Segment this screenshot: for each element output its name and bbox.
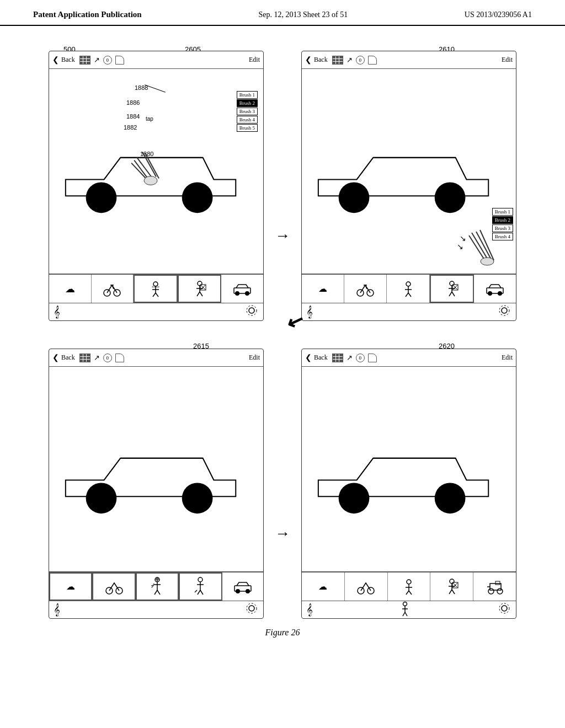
svg-line-55: [452, 292, 455, 296]
corner-icon-2620: [368, 354, 377, 362]
arrow-icon-2620: ↗: [347, 354, 353, 362]
brush-label-4: Brush 4: [237, 116, 258, 124]
svg-point-34: [435, 182, 466, 213]
svg-point-81: [435, 483, 466, 513]
icon-tractor-2620[interactable]: [473, 572, 516, 601]
svg-point-20: [198, 281, 202, 286]
icon-wizard-2615[interactable]: [136, 572, 179, 601]
icon-bike[interactable]: [92, 275, 134, 303]
svg-line-95: [449, 590, 452, 594]
music-icon-2620[interactable]: 𝄞: [306, 603, 313, 616]
icon-person-x[interactable]: [178, 275, 222, 303]
bottom-bar-2605: 𝄞: [49, 303, 263, 320]
back-label-2605[interactable]: Back: [61, 56, 75, 64]
bottom-strip-2620: ☁: [302, 572, 516, 601]
settings-icon-2620[interactable]: [497, 601, 511, 618]
bottom-strip-2610: ☁: [302, 274, 516, 303]
icon-person-2610[interactable]: [387, 275, 429, 303]
circle-icon-2615: 0: [103, 354, 112, 362]
header-patent-number: US 2013/0239056 A1: [465, 10, 532, 19]
music-icon-2605[interactable]: 𝄞: [54, 306, 60, 318]
center-person-icon-2620[interactable]: [399, 601, 411, 619]
brush-label-2610-3: Brush 3: [492, 224, 513, 232]
header-publication-title: Patent Application Publication: [33, 10, 142, 19]
settings-icon-2610[interactable]: [497, 303, 511, 320]
figure-label: Figure 26: [33, 628, 532, 638]
header-date-sheet: Sep. 12, 2013 Sheet 23 of 51: [258, 10, 348, 19]
svg-point-87: [407, 580, 411, 584]
icon-bike-2620[interactable]: [345, 572, 388, 601]
arrow-right-bottom: →: [275, 425, 290, 542]
brush-label-2610-1: Brush 1: [492, 208, 513, 216]
icon-car-sm-2615[interactable]: [222, 572, 263, 601]
icon-bike-2610[interactable]: [344, 275, 387, 303]
svg-point-80: [339, 483, 370, 513]
svg-line-96: [452, 590, 455, 594]
brush-label-3: Brush 3: [237, 108, 258, 115]
svg-point-105: [403, 602, 407, 606]
arrow-icon-2615: ↗: [94, 354, 100, 362]
edit-label-2615[interactable]: Edit: [249, 354, 260, 362]
panel-2610: ❮ Back ↗ 0 Edit: [301, 51, 516, 321]
settings-icon-2615[interactable]: [244, 601, 259, 618]
svg-line-50: [408, 293, 411, 297]
svg-point-74: [198, 577, 202, 582]
label-1880: 1880: [140, 151, 153, 157]
svg-point-1: [182, 182, 213, 213]
edit-label-2610[interactable]: Edit: [502, 56, 513, 64]
edit-label-2620[interactable]: Edit: [502, 354, 513, 362]
back-label-2620[interactable]: Back: [314, 354, 328, 362]
back-chevron-icon-2615: ❮: [52, 353, 59, 362]
car-svg-2620: [302, 383, 516, 571]
icon-cloud-2610[interactable]: ☁: [302, 275, 344, 303]
icon-person-selected[interactable]: [134, 275, 178, 303]
svg-line-54: [449, 292, 452, 296]
icon-car-small-2610[interactable]: [474, 275, 516, 303]
icon-stick-2615[interactable]: [179, 572, 222, 601]
toolbar-2620: ❮ Back ↗ 0 Edit: [302, 349, 516, 367]
grid-icon-2610: [332, 56, 343, 65]
svg-line-2: [104, 158, 120, 180]
grid-icon-2605: [79, 56, 90, 65]
circle-icon-2605: 0: [103, 56, 112, 65]
arrow-icon-2605: ↗: [94, 56, 100, 65]
icon-person-x-2620[interactable]: [430, 572, 473, 601]
svg-point-76: [236, 589, 240, 593]
svg-line-35: [356, 158, 373, 180]
corner-icon-2605: [115, 56, 124, 65]
label-1886: 1886: [126, 99, 140, 106]
svg-point-92: [450, 579, 454, 584]
settings-icon-2605[interactable]: [244, 303, 259, 320]
icon-car-small[interactable]: [221, 275, 263, 303]
svg-line-36: [456, 158, 467, 180]
bottom-strip-2605: ☁: [49, 274, 263, 303]
toolbar-2615: ❮ Back ↗ 0 Edit: [49, 349, 263, 367]
svg-point-31: [249, 308, 254, 313]
svg-point-60: [488, 291, 492, 296]
svg-point-64: [86, 483, 117, 513]
icon-bike-2615[interactable]: [92, 572, 135, 601]
brush-label-5: Brush 5: [237, 124, 258, 132]
icon-cloud[interactable]: ☁: [49, 275, 92, 303]
car-svg-2605: [49, 80, 263, 274]
svg-point-63: [499, 306, 509, 315]
corner-icon-2615: [115, 354, 124, 362]
bottom-strip-2615: ☁: [49, 572, 263, 601]
svg-line-38: [472, 233, 488, 260]
svg-point-51: [450, 281, 454, 286]
icon-cloud-2615[interactable]: ☁: [49, 572, 92, 601]
svg-point-78: [249, 606, 254, 611]
svg-line-3: [203, 158, 214, 180]
music-icon-2615[interactable]: 𝄞: [54, 603, 60, 616]
icon-person-2620[interactable]: [388, 572, 431, 601]
grid-icon-2615: [79, 354, 90, 362]
back-label-2615[interactable]: Back: [61, 354, 75, 362]
back-chevron-icon-2610: ❮: [305, 55, 312, 65]
back-label-2610[interactable]: Back: [314, 56, 328, 64]
svg-point-32: [247, 306, 257, 315]
edit-label-2605[interactable]: Edit: [249, 56, 260, 64]
icon-cloud-2620[interactable]: ☁: [302, 572, 345, 601]
icon-person-x-2610[interactable]: [430, 275, 474, 303]
music-icon-2610[interactable]: 𝄞: [306, 306, 313, 318]
corner-icon-2610: [368, 56, 377, 65]
